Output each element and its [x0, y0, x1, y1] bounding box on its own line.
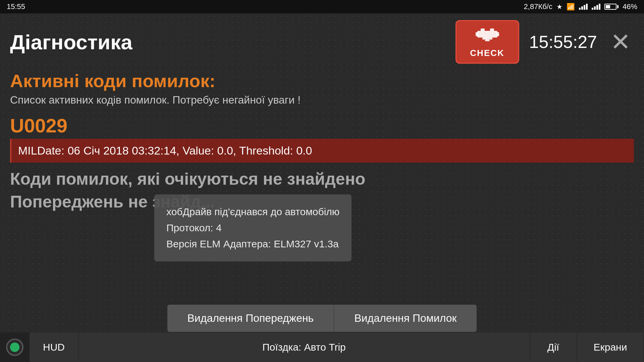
bluetooth-icon: ★	[556, 3, 562, 11]
svg-rect-6	[485, 40, 490, 41]
battery-percent: 46%	[623, 2, 637, 11]
svg-rect-2	[490, 28, 494, 31]
header-row: Діагностика CHECK	[0, 13, 644, 67]
status-time: 15:55	[7, 2, 25, 11]
error-code-u0029: U0029	[10, 114, 634, 137]
engine-icon	[476, 26, 499, 47]
check-engine-button[interactable]: CHECK	[455, 20, 519, 64]
header-right: CHECK 15:55:27 ✕	[455, 20, 634, 64]
signal-bars-2	[592, 4, 600, 10]
bottom-buttons: Видалення Попереджень Видалення Помилок	[0, 305, 644, 332]
tooltip-line1: хобДрайв під'єднався до автомобілю	[166, 204, 339, 220]
clear-errors-button[interactable]: Видалення Помилок	[334, 305, 477, 332]
main-content: Діагностика CHECK	[0, 13, 644, 362]
nav-hud-button[interactable]: HUD	[30, 333, 78, 362]
bottom-nav: HUD Поїздка: Авто Trip Дії Екрани	[0, 333, 644, 362]
clear-warnings-button[interactable]: Видалення Попереджень	[167, 305, 334, 332]
status-right: 2,87Кб/с ★ 📶 46%	[524, 2, 637, 11]
svg-rect-0	[477, 31, 497, 38]
page-title: Діагностика	[10, 30, 132, 54]
tooltip-popup: хобДрайв під'єднався до автомобілю Прото…	[154, 194, 352, 261]
svg-rect-4	[496, 32, 499, 36]
error-detail-row: MILDate: 06 Січ 2018 03:32:14, Value: 0.…	[10, 139, 634, 163]
pending-codes-title: Коди помилок, які очікуються не знайдено	[10, 169, 634, 189]
battery-indicator	[604, 4, 619, 10]
check-label: CHECK	[470, 48, 504, 58]
nav-screens-button[interactable]: Екрани	[577, 333, 644, 362]
svg-rect-5	[482, 38, 492, 40]
record-button[interactable]	[0, 333, 30, 362]
status-bar: 15:55 2,87Кб/с ★ 📶 46%	[0, 0, 644, 13]
svg-rect-1	[481, 28, 485, 31]
data-speed: 2,87Кб/с	[524, 2, 552, 11]
record-circle	[6, 339, 23, 356]
clock-display: 15:55:27	[529, 32, 597, 52]
signal-bars-1	[579, 4, 588, 10]
tooltip-line3: Версія ELM Адаптера: ELM327 v1.3a	[166, 236, 339, 252]
active-codes-subtitle: Список активних кодів помилок. Потребує …	[10, 94, 634, 106]
close-button[interactable]: ✕	[607, 30, 634, 54]
active-codes-title: Активні коди помилок:	[10, 70, 634, 91]
nav-actions-button[interactable]: Дії	[530, 333, 577, 362]
tooltip-line2: Протокол: 4	[166, 220, 339, 236]
wifi-icon: 📶	[567, 3, 575, 11]
nav-trip-button[interactable]: Поїздка: Авто Trip	[78, 333, 530, 362]
svg-rect-3	[476, 32, 478, 36]
record-inner	[10, 343, 19, 352]
